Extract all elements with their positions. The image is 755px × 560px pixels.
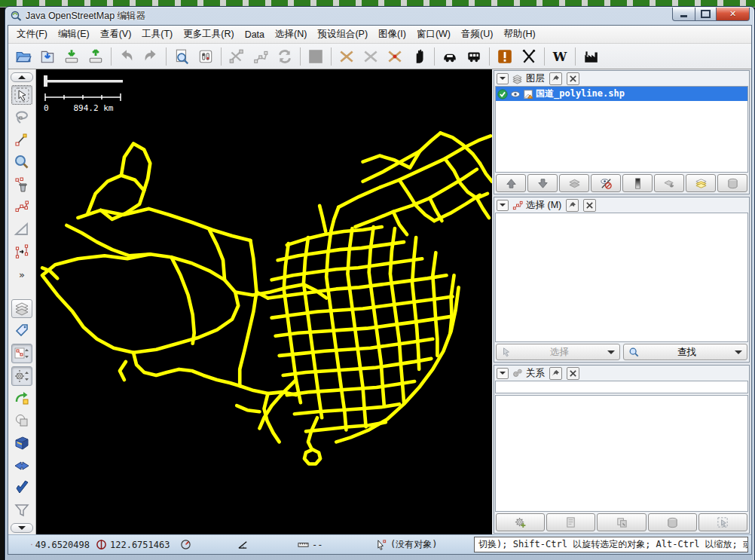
menu-item-4[interactable]: 工具(T) [136,26,178,43]
scroll-down-button[interactable] [11,523,33,533]
menu-item-12[interactable]: 帮助(H) [498,26,540,43]
overlap-toggle-button[interactable] [11,411,32,430]
lasso-tool-button[interactable] [11,108,32,127]
delete-tool-button[interactable] [11,175,32,194]
selection-panel-toggle-button[interactable] [11,344,32,363]
selection-panel-menu-button[interactable] [497,200,509,211]
parallel-way-tool-button[interactable] [11,242,32,262]
layer-row[interactable]: 国道_polyline.shp [496,87,747,101]
road-polyline[interactable] [250,240,256,292]
relation-select-members-button[interactable] [698,513,747,531]
road-polyline[interactable] [66,225,150,256]
scroll-up-button[interactable] [11,72,33,82]
open-location-button[interactable] [35,44,60,69]
selection-panel-close-button[interactable] [583,199,596,212]
layer-delete-button[interactable] [717,174,747,192]
layer-visible-eye-icon[interactable] [510,89,521,99]
unglue-way-button[interactable] [249,44,273,69]
maximize-button[interactable] [695,8,716,21]
undo-button[interactable] [115,44,139,69]
road-polyline[interactable] [276,317,453,336]
relations-panel-pin-button[interactable] [549,367,562,380]
road-polyline[interactable] [240,292,256,386]
notes-toggle-button[interactable] [11,433,32,453]
relations-list[interactable] [495,395,748,512]
command-stack-toggle-button[interactable] [11,389,32,409]
pan-hand-button[interactable] [407,44,431,69]
relations-panel-toggle-button[interactable] [11,366,32,386]
upload-data-button[interactable] [84,44,108,69]
split-way-button[interactable] [225,44,249,69]
road-polyline[interactable] [283,359,432,375]
blank-style-button[interactable] [304,44,328,69]
relation-edit-button[interactable] [546,513,595,531]
road-polyline[interactable] [287,227,382,245]
menu-item-5[interactable]: 更多工具(R) [178,26,239,43]
layer-merge-button[interactable] [559,174,589,192]
menu-item-1[interactable]: 文件(F) [11,26,53,43]
road-polyline[interactable] [319,206,326,231]
warning-validate-button[interactable] [493,44,517,69]
road-polyline[interactable] [237,405,259,412]
conflict-toggle-button[interactable] [11,456,32,476]
menu-item-8[interactable]: 预设组合(P) [312,26,373,43]
road-polyline[interactable] [477,198,489,218]
select-tool-button[interactable] [11,85,32,105]
tags-panel-toggle-button[interactable] [11,321,32,341]
join-node-way-button[interactable] [383,44,407,69]
road-polyline[interactable] [133,353,240,386]
layer-merge-down-button[interactable] [654,174,684,192]
road-polyline[interactable] [120,362,126,380]
menu-item-2[interactable]: 编辑(E) [53,26,95,43]
relations-panel-menu-button[interactable] [497,368,509,379]
road-polyline[interactable] [304,449,320,464]
unglue-node-tool-button[interactable] [11,197,32,217]
road-polyline[interactable] [272,296,453,317]
bus-transit-button[interactable] [462,44,486,69]
road-polyline[interactable] [338,136,491,207]
layer-toggle-visibility-button[interactable] [591,174,621,192]
search-button[interactable] [170,44,194,69]
road-polyline[interactable] [308,418,317,448]
layers-panel-menu-button[interactable] [497,73,509,84]
road-polyline[interactable] [331,207,338,231]
combine-way-button[interactable] [335,44,359,69]
combine-way-disabled-button[interactable] [359,44,383,69]
draw-node-tool-button[interactable] [11,130,32,149]
selection-select-button[interactable]: 选择 [496,344,620,360]
layer-move-down-button[interactable] [527,174,558,192]
zoom-tool-button[interactable] [11,152,32,172]
minimize-button[interactable] [672,8,695,21]
wikipedia-button[interactable]: W [548,44,572,69]
restaurant-preset-button[interactable] [517,44,541,69]
road-polyline[interactable] [369,227,384,405]
map-canvas[interactable]: 0 894.2 km [36,69,492,534]
road-polyline[interactable] [287,381,414,395]
layer-opacity-button[interactable] [622,174,653,192]
relation-delete-button[interactable] [648,513,697,531]
filter-toggle-button[interactable] [11,500,32,520]
layer-move-up-button[interactable] [496,174,526,192]
road-polyline[interactable] [480,164,492,182]
layers-panel-pin-button[interactable] [549,72,562,85]
road-polyline[interactable] [390,228,404,402]
road-polyline[interactable] [171,257,194,344]
angle-tool-button[interactable] [11,219,32,239]
menu-item-3[interactable]: 查看(V) [95,26,137,43]
menu-item-7[interactable]: 选择(N) [270,26,312,43]
selection-search-button[interactable]: 查找 [623,344,747,360]
more-tools-button[interactable]: » [11,265,32,284]
title-bar[interactable]: Java OpenStreetMap 编辑器 ✕ [5,7,754,25]
menu-item-11[interactable]: 音频(U) [456,26,498,43]
preferences-button[interactable] [194,44,218,69]
relations-panel-close-button[interactable] [567,367,579,380]
validator-toggle-button[interactable] [11,478,32,497]
close-button[interactable]: ✕ [716,8,750,21]
relation-duplicate-button[interactable] [597,513,646,531]
layer-activate-button[interactable] [686,174,716,192]
car-routing-button[interactable] [438,44,462,69]
road-polyline[interactable] [42,254,238,353]
redo-button[interactable] [139,44,163,69]
open-file-button[interactable] [11,44,35,69]
menu-item-6[interactable]: Data [240,27,270,42]
